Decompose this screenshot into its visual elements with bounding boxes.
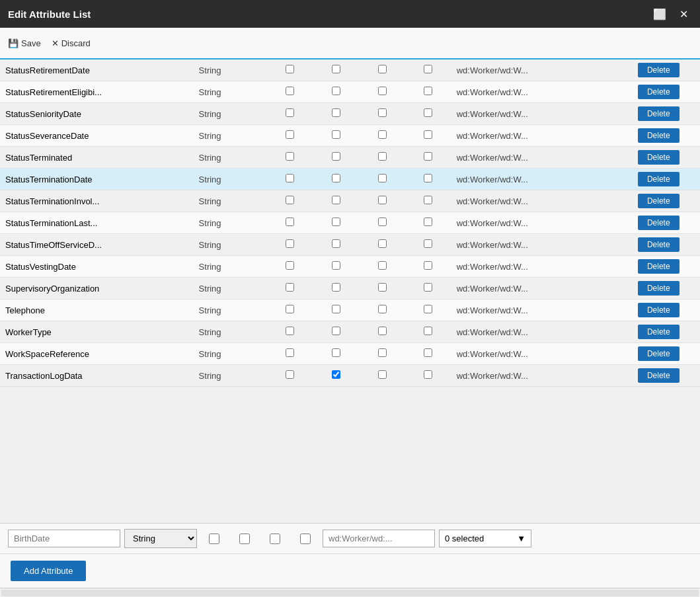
- checkbox-cb3[interactable]: [378, 130, 387, 139]
- horizontal-scrollbar-track[interactable]: [1, 590, 699, 596]
- delete-button[interactable]: Delete: [638, 172, 680, 186]
- cell-cb1[interactable]: [267, 212, 313, 234]
- cell-cb2[interactable]: [313, 103, 360, 125]
- checkbox-cb1[interactable]: [286, 130, 294, 139]
- new-cb2[interactable]: [239, 534, 250, 544]
- cell-cb3[interactable]: [359, 147, 405, 169]
- checkbox-cb4[interactable]: [424, 261, 432, 270]
- cell-cb2[interactable]: [313, 60, 360, 81]
- delete-button[interactable]: Delete: [638, 194, 680, 208]
- cell-cb1[interactable]: [267, 299, 313, 321]
- cell-cb4[interactable]: [405, 81, 451, 103]
- checkbox-cb2[interactable]: [332, 130, 340, 139]
- checkbox-cb4[interactable]: [424, 327, 432, 335]
- checkbox-cb3[interactable]: [378, 283, 387, 292]
- cell-cb4[interactable]: [405, 365, 451, 387]
- checkbox-cb1[interactable]: [286, 218, 294, 226]
- cell-cb1[interactable]: [267, 365, 313, 387]
- checkbox-cb2[interactable]: [332, 152, 340, 161]
- cell-delete[interactable]: Delete: [617, 365, 700, 387]
- delete-button[interactable]: Delete: [638, 325, 680, 339]
- checkbox-cb2[interactable]: [332, 327, 340, 335]
- checkbox-cb4[interactable]: [424, 65, 432, 73]
- cell-delete[interactable]: Delete: [617, 278, 700, 299]
- delete-button[interactable]: Delete: [638, 150, 680, 165]
- cell-delete[interactable]: Delete: [617, 343, 700, 365]
- new-cb4[interactable]: [300, 534, 311, 544]
- cell-cb1[interactable]: [267, 256, 313, 278]
- cell-cb1[interactable]: [267, 169, 313, 190]
- checkbox-cb4[interactable]: [424, 239, 432, 248]
- cell-cb2[interactable]: [313, 147, 360, 169]
- cell-cb4[interactable]: [405, 212, 451, 234]
- delete-button[interactable]: Delete: [638, 63, 680, 77]
- cell-delete[interactable]: Delete: [617, 125, 700, 147]
- cell-cb3[interactable]: [359, 256, 405, 278]
- delete-button[interactable]: Delete: [638, 128, 680, 143]
- cell-cb3[interactable]: [359, 365, 405, 387]
- checkbox-cb4[interactable]: [424, 348, 432, 357]
- cell-cb3[interactable]: [359, 125, 405, 147]
- checkbox-cb1[interactable]: [286, 152, 294, 161]
- cell-cb1[interactable]: [267, 103, 313, 125]
- cell-cb1[interactable]: [267, 278, 313, 299]
- checkbox-cb2[interactable]: [332, 348, 340, 357]
- bottom-scrollbar[interactable]: [0, 588, 700, 597]
- checkbox-cb1[interactable]: [286, 261, 294, 270]
- cell-cb2[interactable]: [313, 169, 360, 190]
- cell-cb4[interactable]: [405, 125, 451, 147]
- delete-button[interactable]: Delete: [638, 106, 680, 121]
- selected-dropdown[interactable]: 0 selected ▼: [439, 530, 531, 547]
- checkbox-cb2[interactable]: [332, 196, 340, 204]
- checkbox-cb3[interactable]: [378, 261, 387, 270]
- cell-cb2[interactable]: [313, 81, 360, 103]
- cell-cb1[interactable]: [267, 234, 313, 256]
- checkbox-cb2[interactable]: [332, 305, 340, 313]
- checkbox-cb3[interactable]: [378, 108, 387, 117]
- checkbox-cb1[interactable]: [286, 239, 294, 248]
- checkbox-cb3[interactable]: [378, 174, 387, 182]
- cell-delete[interactable]: Delete: [617, 321, 700, 343]
- cell-cb3[interactable]: [359, 321, 405, 343]
- save-button[interactable]: 💾 Save: [8, 38, 41, 48]
- cell-cb3[interactable]: [359, 299, 405, 321]
- cell-delete[interactable]: Delete: [617, 256, 700, 278]
- cell-cb2[interactable]: [313, 234, 360, 256]
- cell-cb4[interactable]: [405, 169, 451, 190]
- delete-button[interactable]: Delete: [638, 237, 680, 252]
- cell-delete[interactable]: Delete: [617, 212, 700, 234]
- checkbox-cb2[interactable]: [332, 108, 340, 117]
- checkbox-cb1[interactable]: [286, 65, 294, 73]
- checkbox-cb1[interactable]: [286, 174, 294, 182]
- close-button[interactable]: ✕: [676, 7, 692, 22]
- checkbox-cb3[interactable]: [378, 305, 387, 313]
- cell-delete[interactable]: Delete: [617, 169, 700, 190]
- cell-cb3[interactable]: [359, 212, 405, 234]
- checkbox-cb2[interactable]: [332, 218, 340, 226]
- checkbox-cb3[interactable]: [378, 348, 387, 357]
- delete-button[interactable]: Delete: [638, 259, 680, 274]
- cell-cb4[interactable]: [405, 299, 451, 321]
- cell-cb1[interactable]: [267, 60, 313, 81]
- cell-cb1[interactable]: [267, 190, 313, 212]
- cell-cb3[interactable]: [359, 81, 405, 103]
- checkbox-cb2[interactable]: [332, 283, 340, 292]
- cell-delete[interactable]: Delete: [617, 147, 700, 169]
- checkbox-cb4[interactable]: [424, 152, 432, 161]
- checkbox-cb1[interactable]: [286, 196, 294, 204]
- cell-cb1[interactable]: [267, 125, 313, 147]
- checkbox-cb1[interactable]: [286, 283, 294, 292]
- checkbox-cb3[interactable]: [378, 327, 387, 335]
- cell-cb3[interactable]: [359, 343, 405, 365]
- cell-cb4[interactable]: [405, 278, 451, 299]
- cell-cb2[interactable]: [313, 190, 360, 212]
- checkbox-cb2[interactable]: [332, 239, 340, 248]
- cell-cb2[interactable]: [313, 125, 360, 147]
- checkbox-cb4[interactable]: [424, 174, 432, 182]
- new-cb3[interactable]: [270, 534, 280, 544]
- maximize-button[interactable]: ⬜: [649, 7, 670, 22]
- cell-cb4[interactable]: [405, 147, 451, 169]
- checkbox-cb4[interactable]: [424, 130, 432, 139]
- delete-button[interactable]: Delete: [638, 368, 680, 383]
- checkbox-cb4[interactable]: [424, 218, 432, 226]
